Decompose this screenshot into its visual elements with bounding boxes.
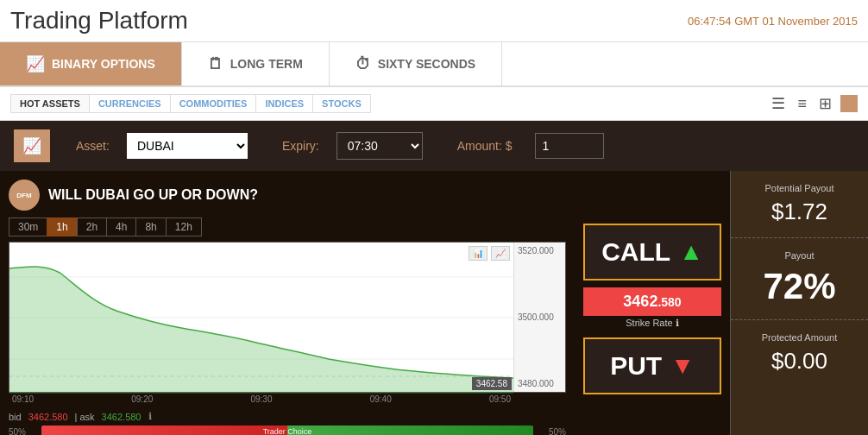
time-30m[interactable]: 30m <box>9 218 47 236</box>
view-grid-btn[interactable]: ≡ <box>794 93 810 115</box>
protected-amount-value: $0.00 <box>739 348 859 375</box>
bid-value: 3462.580 <box>28 412 68 422</box>
protected-amount-section: Protected Amount $0.00 <box>731 320 868 387</box>
trader-choice-label: Trader Choice <box>263 427 312 435</box>
chart-question-text: WILL DUBAI GO UP OR DOWN? <box>48 187 258 203</box>
dfm-logo: DFM <box>9 180 40 211</box>
main-content: DFM WILL DUBAI GO UP OR DOWN? 30m 1h 2h … <box>0 171 868 435</box>
time-12h[interactable]: 12h <box>166 218 202 236</box>
x-label-4: 09:40 <box>370 394 392 404</box>
ask-label: | ask <box>75 412 95 422</box>
y-label-3: 3480.000 <box>518 379 562 388</box>
right-panel: Potential Payout $1.72 Payout 72% Protec… <box>730 171 868 435</box>
asset-label: Asset: <box>76 139 110 153</box>
chart-y-labels: 3520.000 3500.000 3480.000 <box>513 243 565 392</box>
view-controls: ☰ ≡ ⊞ <box>768 92 858 115</box>
x-label-3: 09:30 <box>250 394 272 404</box>
chart-x-labels: 09:10 09:20 09:30 09:40 09:50 <box>9 393 514 406</box>
expiry-select[interactable]: 07:30 <box>337 132 423 160</box>
price-tag: 3462.58 <box>472 377 512 390</box>
bid-ask-info-icon[interactable]: ℹ <box>148 411 152 422</box>
view-color-square <box>840 95 858 112</box>
bid-ask-bar: bid 3462.580 | ask 3462.580 ℹ <box>9 411 566 422</box>
tab-binary-label: BINARY OPTIONS <box>52 57 155 71</box>
chart-bar-icon[interactable]: 📊 <box>469 246 487 261</box>
bid-label: bid <box>9 412 22 422</box>
potential-payout-label: Potential Payout <box>739 183 859 193</box>
ask-value: 3462.580 <box>102 412 142 422</box>
tab-sixty-label: SIXTY SECONDS <box>378 57 475 71</box>
amount-label: Amount: $ <box>457 139 513 153</box>
subtab-stocks[interactable]: STOCKS <box>312 94 371 113</box>
price-chart <box>9 243 513 394</box>
strike-label-text: Strike Rate <box>626 318 672 328</box>
y-label-1: 3520.000 <box>518 246 562 255</box>
time-2h[interactable]: 2h <box>77 218 106 236</box>
tab-longterm-label: LONG TERM <box>230 57 303 71</box>
asset-bar: 📈 Asset: DUBAI Expiry: 07:30 Amount: $ <box>0 121 868 171</box>
view-tiles-btn[interactable]: ⊞ <box>815 92 835 115</box>
x-label-2: 09:20 <box>131 394 153 404</box>
header: Trading Platform 06:47:54 GMT 01 Novembe… <box>0 0 868 42</box>
strike-rate-display: 3462.580 Strike Rate ℹ <box>583 287 721 331</box>
expiry-label: Expiry: <box>282 139 319 153</box>
time-4h[interactable]: 4h <box>106 218 135 236</box>
time-8h[interactable]: 8h <box>135 218 165 236</box>
trader-bar-green <box>287 426 533 435</box>
subtab-commodities[interactable]: COMMODITIES <box>170 94 256 113</box>
x-label-5: 09:50 <box>489 394 511 404</box>
sub-tabs-left: HOT ASSETS CURRENCIES COMMODITIES INDICE… <box>10 94 371 113</box>
potential-payout-section: Potential Payout $1.72 <box>731 171 868 238</box>
chart-container: 3520.000 3500.000 3480.000 📊 📈 <box>9 242 566 393</box>
subtab-indices[interactable]: INDICES <box>255 94 312 113</box>
trader-bar-red <box>41 426 287 435</box>
chart-line-icon[interactable]: 📈 <box>491 246 510 261</box>
call-put-panel: CALL ▲ 3462.580 Strike Rate ℹ PUT ▼ <box>575 171 730 435</box>
asset-select[interactable]: DUBAI <box>127 133 248 159</box>
payout-section: Payout 72% <box>731 238 868 320</box>
put-button[interactable]: PUT ▼ <box>583 337 721 394</box>
protected-amount-label: Protected Amount <box>739 332 859 343</box>
sixty-icon: ⏱ <box>355 55 371 73</box>
strike-rate-value: 3462.580 <box>583 287 721 316</box>
call-up-arrow-icon: ▲ <box>679 238 703 266</box>
x-label-1: 09:10 <box>12 394 34 404</box>
trader-choice-bar: 50% Trader Choice 50% <box>9 426 566 435</box>
longterm-icon: 🗒 <box>208 55 223 73</box>
y-label-2: 3500.000 <box>518 312 562 322</box>
trader-right-pct: 50% <box>540 427 566 436</box>
view-list-btn[interactable]: ☰ <box>768 92 789 115</box>
strike-decimal: .580 <box>657 295 681 309</box>
tab-sixty[interactable]: ⏱ SIXTY SECONDS <box>330 42 502 85</box>
header-time: 06:47:54 GMT 01 November 2015 <box>688 15 858 28</box>
chart-question-row: DFM WILL DUBAI GO UP OR DOWN? <box>9 180 566 211</box>
time-1h[interactable]: 1h <box>47 218 76 236</box>
trader-left-pct: 50% <box>9 427 35 436</box>
binary-options-icon: 📈 <box>26 54 45 73</box>
main-tabs: 📈 BINARY OPTIONS 🗒 LONG TERM ⏱ SIXTY SEC… <box>0 42 868 87</box>
call-label: CALL <box>601 237 670 267</box>
asset-bar-icon: 📈 <box>14 129 50 162</box>
chart-time-buttons: 30m 1h 2h 4h 8h 12h <box>9 218 566 236</box>
amount-input[interactable] <box>535 133 604 159</box>
strike-info-icon[interactable]: ℹ <box>676 318 679 328</box>
payout-label: Payout <box>739 250 859 261</box>
strike-integer: 3462 <box>623 293 657 310</box>
chart-view-icons: 📊 📈 <box>469 246 510 261</box>
page-title: Trading Platform <box>10 7 188 35</box>
chart-wrapper: 3520.000 3500.000 3480.000 📊 📈 <box>9 242 566 393</box>
trending-up-icon: 📈 <box>22 136 41 155</box>
payout-value: 72% <box>739 266 859 307</box>
tab-binary[interactable]: 📈 BINARY OPTIONS <box>0 42 182 85</box>
tab-longterm[interactable]: 🗒 LONG TERM <box>182 42 330 85</box>
trader-bar-track: Trader Choice <box>41 426 533 435</box>
put-label: PUT <box>610 351 662 381</box>
strike-label: Strike Rate ℹ <box>583 316 721 331</box>
potential-payout-value: $1.72 <box>739 199 859 225</box>
subtab-hot[interactable]: HOT ASSETS <box>10 94 89 113</box>
sub-tabs-bar: HOT ASSETS CURRENCIES COMMODITIES INDICE… <box>0 87 868 121</box>
chart-area: DFM WILL DUBAI GO UP OR DOWN? 30m 1h 2h … <box>0 171 575 435</box>
put-down-arrow-icon: ▼ <box>670 352 695 380</box>
subtab-currencies[interactable]: CURRENCIES <box>89 94 170 113</box>
call-button[interactable]: CALL ▲ <box>583 224 721 281</box>
